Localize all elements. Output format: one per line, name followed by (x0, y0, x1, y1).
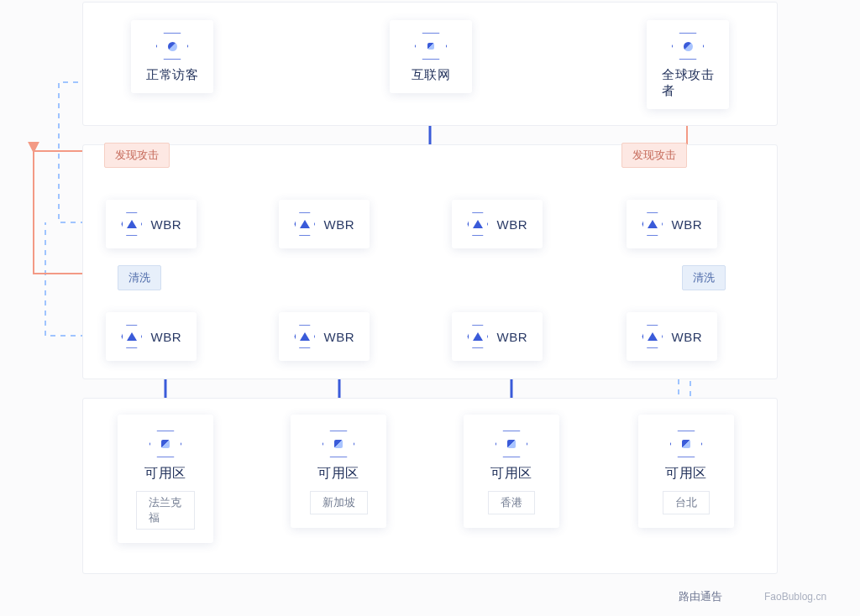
chip-discover-left: 发现攻击 (104, 143, 170, 168)
region-tag: 法兰克福 (136, 491, 195, 530)
wbr-r1-3: WBR (452, 200, 543, 248)
label-wbr: WBR (672, 330, 703, 344)
chip-clean-right: 清洗 (682, 265, 726, 290)
node-attacker: 全球攻击者 (647, 20, 729, 109)
router-icon (294, 211, 316, 237)
router-icon (294, 324, 316, 349)
label-available-zone: 可用区 (317, 465, 359, 483)
dc-3: 可用区 香港 (464, 415, 559, 528)
region-tag: 台北 (663, 491, 710, 514)
footnote-route-advert: 路由通告 (679, 589, 722, 604)
wbr-r1-4: WBR (627, 200, 717, 248)
label-internet: 互联网 (412, 67, 451, 83)
watermark: FaoBublog.cn (764, 591, 826, 603)
node-internet: 互联网 (390, 20, 472, 93)
dc-4: 可用区 台北 (638, 415, 734, 528)
user-icon (155, 32, 189, 60)
router-icon (642, 211, 663, 237)
wbr-r2-2: WBR (279, 312, 370, 361)
dc-icon (149, 430, 182, 458)
wbr-r2-4: WBR (627, 312, 717, 361)
dc-2: 可用区 新加坡 (291, 415, 386, 528)
label-attacker: 全球攻击者 (662, 67, 714, 99)
label-available-zone: 可用区 (490, 465, 532, 483)
node-visitor: 正常访客 (131, 20, 213, 93)
dc-icon (669, 430, 703, 458)
label-wbr: WBR (497, 217, 528, 232)
router-icon (467, 211, 489, 237)
label-wbr: WBR (672, 217, 703, 232)
internet-icon (414, 32, 448, 60)
label-available-zone: 可用区 (665, 465, 707, 483)
dc-1: 可用区 法兰克福 (118, 415, 213, 543)
router-icon (121, 324, 143, 349)
label-wbr: WBR (151, 330, 182, 344)
wbr-r1-2: WBR (279, 200, 370, 248)
label-wbr: WBR (497, 330, 528, 344)
wbr-r2-1: WBR (106, 312, 197, 361)
region-tag: 香港 (488, 491, 535, 514)
label-wbr: WBR (151, 217, 182, 232)
router-icon (467, 324, 489, 349)
router-icon (121, 211, 143, 237)
label-available-zone: 可用区 (144, 465, 186, 483)
label-wbr: WBR (324, 330, 355, 344)
wbr-r2-3: WBR (452, 312, 543, 361)
attacker-icon (671, 32, 705, 60)
dc-icon (495, 430, 528, 458)
label-wbr: WBR (324, 217, 355, 232)
router-icon (642, 324, 663, 349)
chip-clean-left: 清洗 (118, 265, 161, 290)
region-tag: 新加坡 (310, 491, 368, 514)
chip-discover-right: 发现攻击 (621, 143, 687, 168)
wbr-r1-1: WBR (106, 200, 197, 248)
label-visitor: 正常访客 (146, 67, 198, 83)
dc-icon (322, 430, 355, 458)
